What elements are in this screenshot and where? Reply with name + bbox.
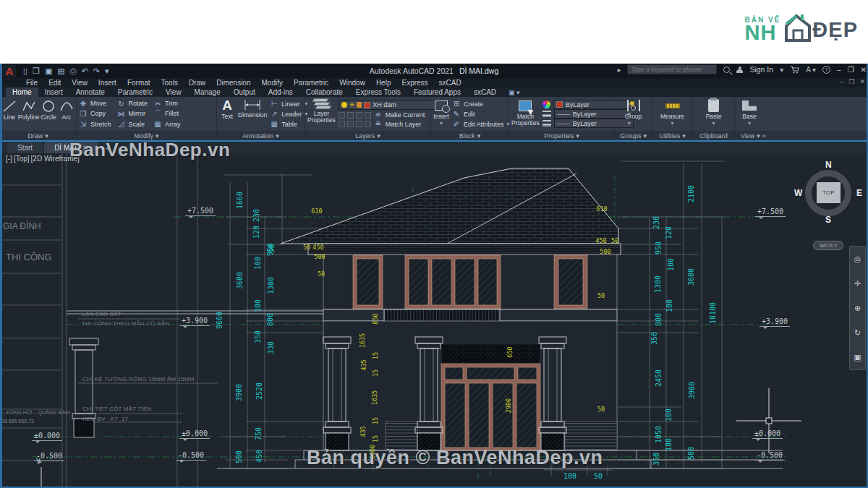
menu-view[interactable]: View <box>72 79 88 87</box>
viewcube-east[interactable]: E <box>856 188 862 198</box>
menu-insert[interactable]: Insert <box>98 79 116 87</box>
panel-label-properties[interactable]: Properties▾ <box>509 131 614 140</box>
dimension-tool[interactable]: Dimension <box>238 98 267 129</box>
new-file-icon[interactable]: ▯ <box>23 67 27 76</box>
tab-parametric[interactable]: Parametric <box>111 87 159 97</box>
table-tool[interactable]: ▦Table <box>270 120 307 128</box>
paste-tool[interactable]: Paste▾ <box>702 98 726 129</box>
scale-tool[interactable]: ◿Scale <box>117 120 148 128</box>
leader-tool[interactable]: ↗Leader▾ <box>270 110 307 118</box>
menu-tools[interactable]: Tools <box>161 79 178 87</box>
help-icon[interactable]: ? <box>822 66 830 74</box>
edit-block-tool[interactable]: ✎Edit <box>452 110 510 118</box>
autocad-app-icon[interactable]: A <box>3 64 16 77</box>
save-icon[interactable]: ▣ <box>45 67 52 76</box>
tab-home[interactable]: Home <box>6 87 38 97</box>
app-store-cart-icon[interactable] <box>790 66 799 74</box>
full-navigation-wheel-icon[interactable]: ◎ <box>854 254 861 264</box>
panel-label-view[interactable]: View▾» <box>735 131 868 140</box>
stretch-tool[interactable]: ⇲Stretch <box>79 120 111 128</box>
wcs-dropdown[interactable]: WCS▿ <box>813 241 843 250</box>
tab-start[interactable]: Start <box>7 142 43 153</box>
menu-dimension[interactable]: Dimension <box>216 79 250 87</box>
layer-dropdown[interactable]: ✳ XH dam ▾ <box>339 100 444 110</box>
copy-tool[interactable]: ❐Copy <box>79 110 111 118</box>
array-tool[interactable]: ▦Array <box>153 120 181 128</box>
viewcube-north[interactable]: N <box>825 160 832 170</box>
viewport-minimize-control[interactable]: [-] <box>6 155 12 163</box>
polyline-tool[interactable]: Polyline <box>20 98 38 129</box>
doc-close-icon[interactable]: ✕ <box>859 78 865 85</box>
tab-insert[interactable]: Insert <box>38 87 69 97</box>
viewport-view-control[interactable]: [Top] <box>14 155 30 163</box>
panel-label-draw[interactable]: Draw▾ <box>0 131 76 140</box>
panel-label-block[interactable]: Block▾ <box>431 131 509 140</box>
panel-label-layers[interactable]: Layers▾ <box>305 131 430 140</box>
menu-express[interactable]: Express <box>401 79 427 87</box>
arc-tool[interactable]: Arc <box>59 98 74 129</box>
panel-label-utilities[interactable]: Utilities▾ <box>652 131 692 140</box>
tab-view[interactable]: View <box>159 87 188 97</box>
plot-icon[interactable]: ⎙ <box>70 67 77 76</box>
tab-collaborate[interactable]: Collaborate <box>299 87 349 97</box>
text-tool[interactable]: A Text <box>219 98 235 129</box>
tab-output[interactable]: Output <box>227 87 262 97</box>
orbit-icon[interactable]: ↻ <box>854 328 861 338</box>
circle-tool[interactable]: Circle <box>41 98 56 129</box>
tab-sxcad[interactable]: sxCAD <box>467 87 503 97</box>
doc-minimize-icon[interactable]: – <box>840 78 843 85</box>
dropdown-icon[interactable]: ▾ <box>780 66 783 74</box>
close-button[interactable]: ✕ <box>861 66 867 74</box>
panel-label-groups[interactable]: Groups▾ <box>615 131 652 140</box>
tab-annotate[interactable]: Annotate <box>69 87 111 97</box>
match-properties-tool[interactable]: Match Properties <box>511 98 540 129</box>
menu-help[interactable]: Help <box>376 79 391 87</box>
create-block-tool[interactable]: ⊞Create <box>452 100 510 108</box>
restore-button[interactable]: ❐ <box>848 66 854 74</box>
redo-icon[interactable]: ↷ <box>93 67 100 76</box>
sign-in-link[interactable]: Sign In <box>749 65 773 74</box>
menu-format[interactable]: Format <box>127 79 150 87</box>
linear-tool[interactable]: ⊢Linear▾ <box>270 100 307 108</box>
menu-modify[interactable]: Modify <box>262 79 283 87</box>
search-input[interactable] <box>627 64 717 74</box>
search-expand-icon[interactable]: ▸ <box>617 66 621 74</box>
navigation-bar[interactable]: ◎ ✛ ⊕ ↻ ▣ <box>849 246 866 370</box>
tab-express-tools[interactable]: Express Tools <box>349 87 407 97</box>
match-layer-tool[interactable]: ≞Match Layer <box>339 120 444 128</box>
layer-properties-tool[interactable]: Layer Properties <box>307 98 336 129</box>
tab-add-ins[interactable]: Add-ins <box>262 87 299 97</box>
line-tool[interactable]: Line <box>2 98 17 129</box>
minimize-button[interactable]: – <box>837 66 841 74</box>
undo-icon[interactable]: ↶ <box>82 67 88 76</box>
menu-draw[interactable]: Draw <box>189 79 205 87</box>
group-tool[interactable]: Group <box>622 98 645 129</box>
zoom-icon[interactable]: ⊕ <box>854 304 861 313</box>
tab-featured-apps[interactable]: Featured Apps <box>407 87 467 97</box>
menu-edit[interactable]: Edit <box>48 79 61 87</box>
menu-parametric[interactable]: Parametric <box>294 79 328 87</box>
viewcube-west[interactable]: W <box>794 188 802 198</box>
tab-manage[interactable]: Manage <box>188 87 227 97</box>
menu-window[interactable]: Window <box>339 79 365 87</box>
drawing-viewport[interactable]: Y [-] [Top] [2D Wireframe] 1660230120509… <box>0 153 868 488</box>
autodesk-a-icon[interactable]: A ▾ <box>806 66 816 74</box>
insert-block-tool[interactable]: Insert▾ <box>433 98 449 129</box>
menu-sxcad[interactable]: sxCAD <box>439 79 461 87</box>
trim-tool[interactable]: ✂Trim <box>153 100 181 108</box>
mirror-tool[interactable]: ⋈Mirror <box>117 110 148 118</box>
pan-icon[interactable]: ✛ <box>854 279 861 288</box>
viewcube-top-face[interactable]: TOP <box>817 182 841 203</box>
fillet-tool[interactable]: ⌒Fillet <box>153 108 181 119</box>
viewcube-south[interactable]: S <box>825 215 831 225</box>
viewcube[interactable]: N S W E TOP <box>797 162 859 224</box>
workspace-switch-icon[interactable]: ▣ ▾ <box>509 87 520 97</box>
search-icon[interactable] <box>723 67 730 73</box>
customize-icon[interactable]: ▾ <box>105 67 109 76</box>
base-view-tool[interactable]: Base▾ <box>737 98 762 129</box>
edit-attributes-tool[interactable]: ✐Edit Attributes▾ <box>452 120 510 128</box>
save-as-icon[interactable]: ▤ <box>57 67 64 76</box>
showmotion-icon[interactable]: ▣ <box>854 353 861 362</box>
doc-restore-icon[interactable]: ❐ <box>848 78 854 85</box>
open-file-icon[interactable]: ❒ <box>33 67 40 76</box>
